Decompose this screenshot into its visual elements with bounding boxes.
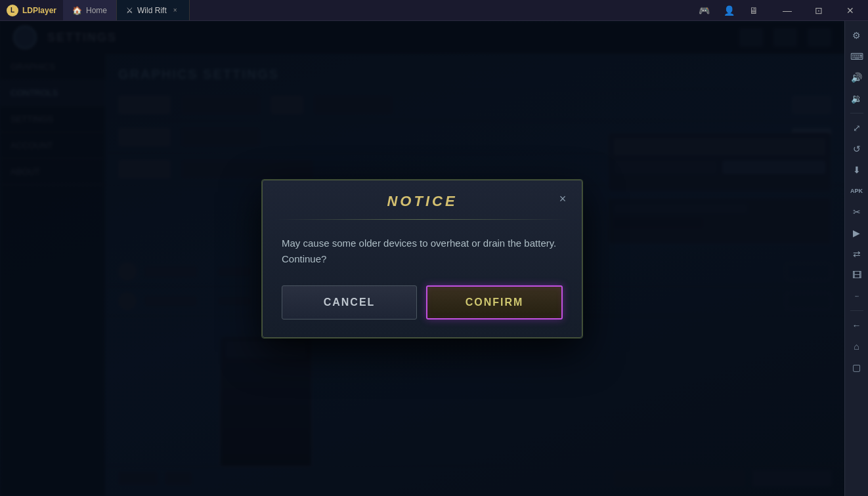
close-button[interactable]: ✕: [835, 0, 865, 21]
tab-home[interactable]: 🏠 Home: [63, 0, 117, 20]
sidebar-settings-icon[interactable]: ⚙: [848, 26, 866, 45]
sidebar-import-icon[interactable]: ⬇: [848, 161, 866, 179]
sidebar-home-icon[interactable]: ⌂: [848, 337, 866, 356]
modal-overlay: NOTICE × May cause some older devices to…: [0, 21, 844, 496]
main-content: SETTINGS GRAPHICS CONTROLS SETTINGS ACCO…: [0, 21, 844, 496]
confirm-button[interactable]: CONFIRM: [426, 285, 563, 320]
wildrift-tab-close[interactable]: ×: [171, 6, 180, 15]
sidebar-square-icon[interactable]: ▢: [848, 358, 866, 377]
app-logo[interactable]: L LDPlayer: [0, 5, 63, 16]
home-tab-label: Home: [86, 6, 107, 15]
sidebar-volume-down-icon[interactable]: 🔉: [848, 89, 866, 108]
sidebar-refresh-icon[interactable]: ↺: [848, 140, 866, 158]
tab-wildrift[interactable]: ⚔ Wild Rift ×: [117, 0, 190, 20]
display-icon[interactable]: 🖥: [745, 1, 763, 20]
gamepad-icon[interactable]: 🎮: [695, 1, 713, 20]
titlebar-controls: — ⊡ ✕: [772, 0, 868, 21]
sidebar-back-icon[interactable]: ←: [848, 316, 866, 335]
sidebar-apk-icon[interactable]: APK: [848, 182, 866, 200]
sidebar-keyboard-icon[interactable]: ⌨: [848, 47, 866, 66]
dialog-body: May cause some older devices to overheat…: [262, 220, 582, 338]
sidebar-more-icon[interactable]: ···: [848, 287, 866, 305]
sidebar-transfer-icon[interactable]: ⇄: [848, 245, 866, 263]
sidebar-scissors-icon[interactable]: ✂: [848, 203, 866, 221]
sidebar-divider1: [850, 113, 863, 114]
right-sidebar: ⚙ ⌨ 🔊 🔉 ⤢ ↺ ⬇ APK ✂ ▶ ⇄ 🎞 ··· ← ⌂ ▢: [844, 21, 868, 496]
titlebar: L LDPlayer 🏠 Home ⚔ Wild Rift × 🎮 👤 🖥 — …: [0, 0, 868, 21]
sidebar-volume-up-icon[interactable]: 🔊: [848, 68, 866, 87]
maximize-button[interactable]: ⊡: [804, 0, 834, 21]
cancel-button[interactable]: CANCEL: [282, 285, 417, 320]
dialog-title: NOTICE: [387, 193, 457, 210]
minimize-button[interactable]: —: [772, 0, 802, 21]
dialog-close-button[interactable]: ×: [553, 190, 572, 209]
account-icon[interactable]: 👤: [720, 1, 738, 20]
home-tab-icon: 🏠: [72, 6, 82, 15]
dialog-message: May cause some older devices to overheat…: [282, 236, 563, 267]
sidebar-video-icon[interactable]: ▶: [848, 224, 866, 242]
dialog-buttons: CANCEL CONFIRM: [282, 285, 563, 320]
wildrift-tab-label: Wild Rift: [137, 6, 167, 15]
sidebar-film-icon[interactable]: 🎞: [848, 266, 866, 284]
wildrift-tab-icon: ⚔: [126, 6, 133, 15]
notice-dialog: NOTICE × May cause some older devices to…: [261, 179, 583, 339]
sidebar-resize-icon[interactable]: ⤢: [848, 119, 866, 137]
dialog-header: NOTICE ×: [262, 180, 582, 219]
titlebar-icons: 🎮 👤 🖥: [685, 1, 772, 20]
logo-icon: L: [7, 5, 18, 16]
app-name: LDPlayer: [22, 6, 56, 15]
sidebar-divider2: [850, 310, 863, 311]
